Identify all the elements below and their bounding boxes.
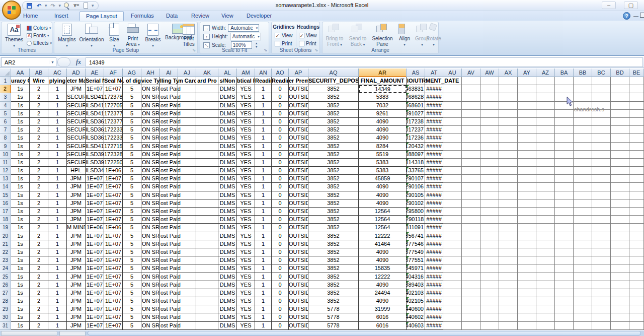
cell-AJ4[interactable] (178, 102, 196, 110)
cell-BE16[interactable] (629, 199, 644, 208)
cell-AD17[interactable]: JPM (67, 208, 86, 216)
cell-AR14[interactable]: 4090 (359, 183, 407, 191)
cell-BD20[interactable] (611, 232, 629, 240)
cell-AH27[interactable]: ON SRB (141, 289, 160, 297)
cell-AE7[interactable]: ILSD362 (86, 126, 104, 134)
cell-AU3[interactable] (443, 93, 462, 101)
cell-AY25[interactable] (518, 273, 536, 281)
cell-AD24[interactable]: JPM (67, 264, 86, 273)
column-header-AO[interactable]: AO (272, 69, 289, 77)
cell-BB20[interactable] (574, 232, 592, 240)
cell-BC3[interactable] (592, 93, 611, 101)
cell-AO11[interactable]: 0 (272, 159, 289, 167)
cell-AO14[interactable]: 0 (272, 183, 289, 191)
cell-AO24[interactable]: 0 (272, 264, 289, 273)
cell-BB26[interactable] (574, 281, 592, 289)
cell-AC13[interactable]: 1 (48, 175, 67, 183)
cell-AT21[interactable]: ##### (425, 240, 443, 248)
column-header-BB[interactable]: BB (574, 69, 592, 77)
column-header-AW[interactable]: AW (480, 69, 499, 77)
cell-AH3[interactable]: ON SRB (141, 93, 160, 101)
cell-AH23[interactable]: ON SRB (141, 256, 160, 264)
cell-AH22[interactable]: ON SRB (141, 248, 160, 256)
cell-AM9[interactable]: YES (237, 143, 255, 151)
cell-AB3[interactable]: 2 (30, 93, 48, 101)
cell-AD18[interactable]: JPM (67, 216, 86, 224)
cell-BA30[interactable] (555, 313, 574, 321)
cell-AP19[interactable]: OUTSIDI (289, 224, 308, 232)
cell-AS5[interactable]: 391027 (407, 110, 425, 118)
cell-AV22[interactable] (462, 248, 480, 256)
row-header-31[interactable]: 31 (0, 322, 11, 330)
cell-BE21[interactable] (629, 240, 644, 248)
cell-AK2[interactable] (196, 85, 218, 93)
row-header-3[interactable]: 3 (0, 93, 11, 101)
cell-AM24[interactable]: YES (237, 264, 255, 273)
cell-AD30[interactable]: JPM (67, 313, 86, 321)
cell-AR25[interactable]: 12222 (359, 273, 407, 281)
cell-AV16[interactable] (462, 199, 480, 208)
cell-AJ25[interactable] (178, 273, 196, 281)
cell-AA15[interactable]: 1s (11, 191, 30, 199)
cell-AS2[interactable]: 463831 (407, 85, 425, 93)
cell-AJ3[interactable] (178, 93, 196, 101)
cell-AR31[interactable]: 6016 (359, 322, 407, 330)
cell-BB23[interactable] (574, 256, 592, 264)
cell-AR3[interactable]: 5383 (359, 93, 407, 101)
cell-AK28[interactable] (196, 297, 218, 305)
cell-AU9[interactable] (443, 143, 462, 151)
cell-BB8[interactable] (574, 134, 592, 142)
print-area-button[interactable]: Print Area ▾ (123, 24, 143, 47)
cell-BE24[interactable] (629, 264, 644, 273)
cell-AY18[interactable] (518, 216, 536, 224)
cell-BC13[interactable] (592, 175, 611, 183)
cell-AP14[interactable]: OUTSIDI (289, 183, 308, 191)
cell-AS17[interactable]: 295800 (407, 208, 425, 216)
cell-AM28[interactable]: YES (237, 297, 255, 305)
cell-AN25[interactable]: 1 (255, 273, 272, 281)
cell-BB24[interactable] (574, 264, 592, 273)
cell-BC19[interactable] (592, 224, 611, 232)
cell-BA19[interactable] (555, 224, 574, 232)
cell-AI31[interactable]: ost Paid (160, 322, 178, 330)
cell-AA13[interactable]: 1s (11, 175, 30, 183)
cell-BC9[interactable] (592, 143, 611, 151)
cell-AM4[interactable]: YES (237, 102, 255, 110)
cell-AG18[interactable]: 5 (123, 216, 141, 224)
cell-AB20[interactable]: 2 (30, 232, 48, 240)
cell-AJ17[interactable] (178, 208, 196, 216)
cell-AM17[interactable]: YES (237, 208, 255, 216)
cell-AG13[interactable]: 5 (123, 175, 141, 183)
cell-AR19[interactable]: 12564 (359, 224, 407, 232)
cell-AR10[interactable]: 5519 (359, 151, 407, 159)
cell-AK12[interactable] (196, 167, 218, 175)
cell-AL25[interactable]: DLMS (218, 273, 237, 281)
cell-AI13[interactable]: ost Paid (160, 175, 178, 183)
cell-AR12[interactable]: 5383 (359, 167, 407, 175)
cell-AE22[interactable]: 1E+07 (86, 248, 104, 256)
cell-BD16[interactable] (611, 199, 629, 208)
cell-AG15[interactable]: 5 (123, 191, 141, 199)
cell-BC11[interactable] (592, 159, 611, 167)
cell-AO10[interactable]: 0 (272, 151, 289, 159)
cell-AD14[interactable]: JPM (67, 183, 86, 191)
theme-colors-button[interactable]: Colors▾ (27, 24, 52, 32)
cell-BE8[interactable] (629, 134, 644, 142)
cell-AL3[interactable]: DLMS (218, 93, 237, 101)
cell-AB4[interactable]: 2 (30, 102, 48, 110)
cell-AE20[interactable]: 1E+07 (86, 232, 104, 240)
cell-AH18[interactable]: ON SRB (141, 216, 160, 224)
cell-BB10[interactable] (574, 151, 592, 159)
cell-AT15[interactable]: ##### (425, 191, 443, 199)
column-header-AT[interactable]: AT (425, 69, 443, 77)
cell-AQ25[interactable]: 3852 (308, 273, 359, 281)
cell-AK21[interactable] (196, 240, 218, 248)
cell-AU16[interactable] (443, 199, 462, 208)
cell-AX29[interactable] (499, 305, 518, 313)
cell-AQ21[interactable]: 3852 (308, 240, 359, 248)
cell-AB16[interactable]: 2 (30, 199, 48, 208)
column-header-AF[interactable]: AF (104, 69, 123, 77)
cell-AN13[interactable]: 1 (255, 175, 272, 183)
cell-AP13[interactable]: OUTSIDI (289, 175, 308, 183)
cell-AC19[interactable]: 1 (48, 224, 67, 232)
